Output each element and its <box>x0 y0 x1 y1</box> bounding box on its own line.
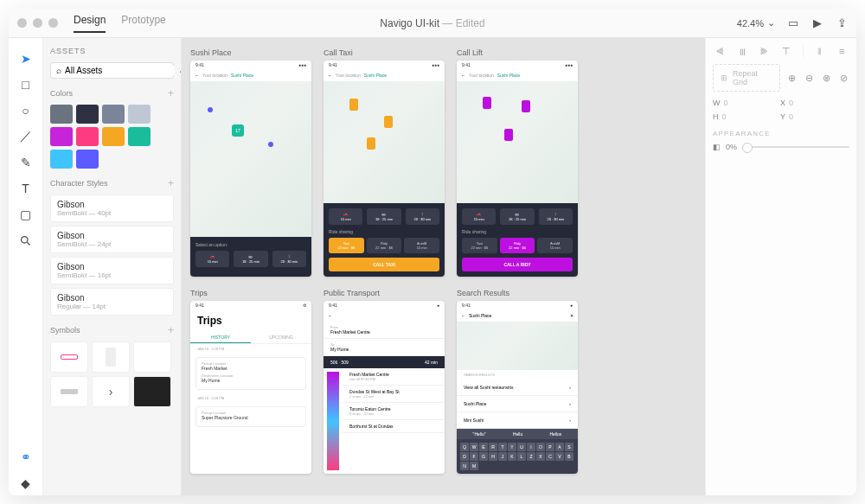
keyboard-key: K <box>508 452 516 461</box>
character-style[interactable]: GibsonSemiBold — 16pt <box>50 257 174 284</box>
svg-line-1 <box>27 242 29 245</box>
asset-search-input[interactable] <box>65 66 175 75</box>
boolean-exclude-icon[interactable]: ⊘ <box>837 72 849 84</box>
width-input[interactable] <box>724 99 753 107</box>
keyboard-key: F <box>470 452 478 461</box>
canvas[interactable]: Sushi Place 9:41●●● ←Your locationSushi … <box>182 38 705 495</box>
mode-tabs: Design Prototype <box>74 14 166 33</box>
height-input[interactable] <box>722 112 752 121</box>
color-swatch[interactable] <box>128 105 151 124</box>
character-style[interactable]: GibsonSemiBold — 24pt <box>50 226 174 253</box>
play-icon[interactable]: ▶ <box>811 17 823 29</box>
titlebar: Design Prototype Navigo UI-kit — Edited … <box>9 9 856 38</box>
artboard-sushi-place[interactable]: Sushi Place 9:41●●● ←Your locationSushi … <box>190 48 311 277</box>
repeat-grid-button[interactable]: ⊞ Repeat Grid <box>713 64 780 92</box>
device-preview-icon[interactable]: ▭ <box>787 17 799 29</box>
document-title: Navigo UI-kit — Edited <box>380 17 484 29</box>
select-tool[interactable]: ➤ <box>14 47 38 71</box>
artboard-trips[interactable]: Trips 9:41⚙ Trips HISTORY UPCOMING JAN 1… <box>190 289 311 474</box>
artboard-label: Call Lift <box>457 48 578 57</box>
layers-panel-icon[interactable]: ◆ <box>14 471 38 495</box>
keyboard-key: C <box>546 452 554 461</box>
artboard-label: Search Results <box>457 289 578 297</box>
add-color-icon[interactable]: + <box>168 87 174 99</box>
boolean-add-icon[interactable]: ⊕ <box>785 72 798 84</box>
keyboard-key: T <box>498 443 507 451</box>
keyboard-key: R <box>489 443 497 451</box>
keyboard-key: E <box>479 443 488 451</box>
symbol-thumb[interactable]: › <box>92 376 130 407</box>
pen-tool[interactable]: ✎ <box>14 150 38 175</box>
share-icon[interactable]: ⇪ <box>836 17 848 29</box>
distribute-v-icon[interactable]: ≡ <box>836 45 848 57</box>
assets-title: ASSETS <box>50 47 174 55</box>
symbol-thumb[interactable] <box>133 341 171 373</box>
doc-name: Navigo UI-kit <box>380 17 439 29</box>
opacity-slider[interactable] <box>742 146 849 148</box>
minimize-window-icon[interactable] <box>33 18 42 28</box>
color-swatch[interactable] <box>50 127 73 146</box>
keyboard-key: P <box>546 443 554 451</box>
keyboard-key: M <box>470 462 478 470</box>
charstyles-label: Character Styles <box>50 179 108 188</box>
artboard-search-results[interactable]: Search Results 9:41● ←Sushi Place✕ SEARC… <box>457 289 578 474</box>
color-swatch[interactable] <box>76 105 99 124</box>
rectangle-tool[interactable]: □ <box>14 73 38 97</box>
doc-status: Edited <box>456 17 485 29</box>
ellipse-tool[interactable]: ○ <box>14 99 38 123</box>
text-tool[interactable]: T <box>14 176 38 201</box>
tab-design[interactable]: Design <box>74 14 106 33</box>
color-swatch[interactable] <box>50 150 73 169</box>
artboard-call-lift[interactable]: Call Lift 9:41●●● ←Your locationSushi Pl… <box>457 48 578 277</box>
tab-prototype[interactable]: Prototype <box>121 14 165 33</box>
keyboard-key: G <box>479 452 488 461</box>
x-input[interactable] <box>789 99 818 107</box>
symbol-grid: › <box>50 341 174 407</box>
add-symbol-icon[interactable]: + <box>168 324 174 336</box>
color-swatch[interactable] <box>76 150 99 169</box>
artboard-public-transport[interactable]: Public Transport 9:41● ← FromFresh Marke… <box>324 289 445 474</box>
keyboard-key: X <box>536 452 545 461</box>
align-top-icon[interactable]: ⊤ <box>780 45 792 57</box>
color-swatch[interactable] <box>128 127 151 146</box>
keyboard-key: N <box>460 462 469 470</box>
keyboard-key: A <box>555 443 564 451</box>
close-window-icon[interactable] <box>17 18 27 28</box>
distribute-h-icon[interactable]: ⦀ <box>814 45 826 57</box>
artboard-label: Sushi Place <box>190 48 311 57</box>
artboard-call-taxi[interactable]: Call Taxi 9:41●●● ←Your locationSushi Pl… <box>324 48 445 277</box>
asset-search[interactable]: ⌕ ⌄ <box>50 62 174 79</box>
color-swatch[interactable] <box>102 127 125 146</box>
artboard-tool[interactable]: ▢ <box>14 202 38 226</box>
artboard-label: Call Taxi <box>324 48 445 57</box>
add-style-icon[interactable]: + <box>168 177 174 189</box>
line-tool[interactable]: ／ <box>14 124 38 149</box>
color-swatch[interactable] <box>102 105 125 124</box>
opacity-value: 0% <box>726 143 737 151</box>
align-left-icon[interactable]: ⫷ <box>714 45 727 57</box>
y-input[interactable] <box>789 112 818 121</box>
traffic-lights <box>17 18 58 28</box>
zoom-tool[interactable] <box>14 228 38 252</box>
inspector-panel: ⫷ ⫼ ⫸ ⊤ ⦀ ≡ ⊞ Repeat Grid ⊕ ⊖ ⊗ ⊘ W X H … <box>705 38 856 495</box>
color-swatch[interactable] <box>76 127 99 146</box>
align-right-icon[interactable]: ⫸ <box>759 45 771 57</box>
symbol-thumb[interactable] <box>133 376 171 407</box>
color-swatch[interactable] <box>50 105 73 124</box>
maximize-window-icon[interactable] <box>48 18 58 28</box>
symbol-thumb[interactable] <box>50 341 88 373</box>
symbol-thumb[interactable] <box>50 376 88 407</box>
assets-panel-icon[interactable]: ⚭ <box>14 445 38 469</box>
zoom-control[interactable]: 42.4%⌄ <box>737 17 775 29</box>
align-center-h-icon[interactable]: ⫼ <box>736 45 748 57</box>
colors-label: Colors <box>50 89 73 98</box>
boolean-intersect-icon[interactable]: ⊗ <box>820 72 832 84</box>
symbol-thumb[interactable] <box>92 341 130 373</box>
character-style[interactable]: GibsonRegular — 14pt <box>50 288 174 316</box>
character-style[interactable]: GibsonSemiBold — 40pt <box>50 195 174 222</box>
keyboard-key: U <box>517 443 526 451</box>
boolean-subtract-icon[interactable]: ⊖ <box>803 72 815 84</box>
app-window: Design Prototype Navigo UI-kit — Edited … <box>9 9 856 495</box>
keyboard-key: H <box>489 452 497 461</box>
keyboard-key: V <box>555 452 564 461</box>
